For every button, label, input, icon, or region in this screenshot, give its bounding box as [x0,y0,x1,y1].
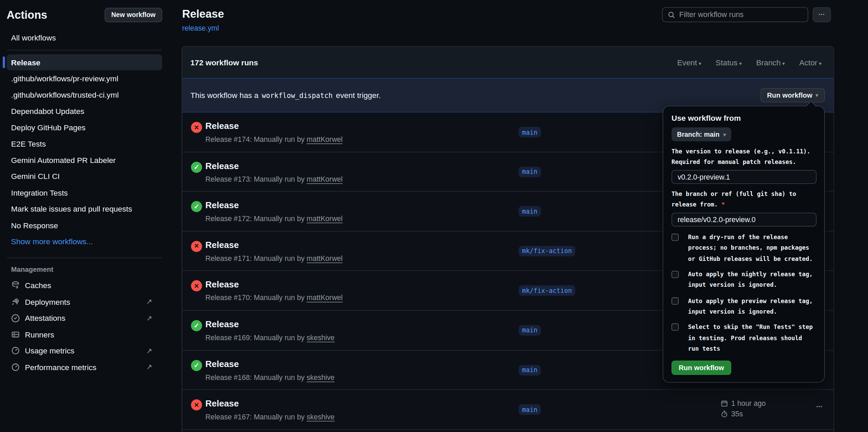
run-workflow-submit-button[interactable]: Run workflow [671,361,731,375]
sidebar-item-attestations[interactable]: Attestations ↗ [7,310,163,326]
verified-icon [11,314,20,322]
sidebar-item--github-workflows-pr-review-yml[interactable]: .github/workflows/pr-review.yml [7,70,163,87]
sidebar-workflow-label: Release [11,58,40,67]
sidebar-item-deployments[interactable]: Deployments ↗ [7,294,163,310]
workflow-file-link[interactable]: release.yml [182,24,219,32]
chevron-down-icon: ▾ [782,61,785,66]
sidebar-item-all-workflows[interactable]: All workflows [11,33,162,42]
sidebar-item-runners[interactable]: Runners [7,326,163,343]
sidebar-item-deploy-github-pages[interactable]: Deploy GitHub Pages [7,119,163,136]
new-workflow-button[interactable]: New workflow [105,8,162,22]
run-branch-badge[interactable]: main [519,206,541,217]
runs-header: 172 workflow runs Event▾ Status▾ Branch▾… [182,47,834,78]
panel-checkbox-group: Select to skip the "Run Tests" step in t… [671,322,816,354]
run-actor-link[interactable]: mattKorwel [307,294,343,302]
panel-checkbox-group: Auto apply the preview release tag, inpu… [671,296,816,317]
run-options-kebab-button[interactable]: ••• [816,404,823,410]
filter-status[interactable]: Status▾ [716,58,742,67]
run-actor-link[interactable]: mattKorwel [307,214,343,222]
run-title-link[interactable]: Release [205,201,239,211]
run-title-link[interactable]: Release [205,121,239,131]
panel-checkbox-group: Run a dry-run of the release process; no… [671,232,816,264]
checkbox-label[interactable]: Run a dry-run of the release process; no… [688,232,816,264]
checkbox[interactable] [671,323,679,331]
filter-actor[interactable]: Actor▾ [799,58,821,67]
version-input[interactable] [671,170,817,184]
external-link-icon: ↗ [146,298,152,306]
workflow-run-row[interactable]: ✕ Release Release #167: Manually run by … [182,390,834,430]
branch-select-button[interactable]: Branch: main ▾ [671,127,731,141]
run-title-link[interactable]: Release [205,161,239,171]
top-controls: ••• [662,7,831,22]
run-actor-link[interactable]: mattKorwel [307,135,343,143]
run-branch-badge[interactable]: main [519,166,541,177]
ref-input[interactable] [671,213,817,227]
checkbox-label[interactable]: Auto apply the preview release tag, inpu… [688,296,816,317]
workflow-options-kebab-button[interactable]: ••• [813,7,831,22]
sidebar-header: Actions New workflow [7,8,163,22]
sidebar-item-caches[interactable]: Caches [7,277,163,294]
checkbox[interactable] [671,234,679,241]
sidebar-management-label: Caches [25,281,152,290]
run-branch-badge[interactable]: mk/fix-action [519,285,575,296]
checkbox-label[interactable]: Select to skip the "Run Tests" step in t… [688,322,816,354]
required-asterisk: * [721,201,725,209]
sidebar-item-performance-metrics[interactable]: Performance metrics ↗ [7,359,163,375]
sidebar-item-usage-metrics[interactable]: Usage metrics ↗ [7,343,163,359]
run-branch-badge[interactable]: main [519,404,541,415]
show-more-workflows-link[interactable]: Show more workflows... [7,233,163,250]
status-success-icon: ✓ [191,201,202,212]
sidebar-item-gemini-automated-pr-labeler[interactable]: Gemini Automated PR Labeler [7,152,163,168]
sidebar-workflow-label: Deploy GitHub Pages [11,123,86,132]
run-branch-badge[interactable]: main [519,325,541,336]
workflow-title: Release [182,8,224,20]
sidebar-management-label: Attestations [25,314,146,322]
run-title-link[interactable]: Release [205,359,239,369]
sidebar-workflow-label: Gemini Automated PR Labeler [11,156,116,165]
run-actor-link[interactable]: mattKorwel [307,175,343,183]
run-branch-badge[interactable]: mk/fix-action [519,246,575,256]
run-workflow-panel: Use workflow from Branch: main ▾ The ver… [663,106,825,383]
filter-event[interactable]: Event▾ [677,58,701,67]
sidebar-item-no-response[interactable]: No Response [7,217,163,233]
run-title-link[interactable]: Release [205,280,239,290]
version-help-text: The version to release (e.g., v0.1.11). … [671,146,816,168]
checkbox[interactable] [671,271,679,278]
sidebar-item--github-workflows-trusted-ci-yml[interactable]: .github/workflows/trusted-ci.yml [7,87,163,103]
chevron-down-icon: ▾ [699,61,701,66]
chevron-down-icon: ▾ [819,61,821,66]
run-title-link[interactable]: Release [205,240,239,250]
search-icon [668,11,676,19]
sidebar-management-label: Runners [25,330,152,339]
sidebar-workflow-label: E2E Tests [11,139,46,148]
checkbox[interactable] [671,297,679,304]
run-actor-link[interactable]: skeshive [307,373,335,381]
sidebar-item-dependabot-updates[interactable]: Dependabot Updates [7,103,163,119]
run-actor-link[interactable]: mattKorwel [307,254,343,262]
status-success-icon: ✓ [191,162,202,173]
checkbox-label[interactable]: Auto apply the nightly release tag, inpu… [688,269,816,290]
ref-help-label: The branch or ref (full git sha) to rele… [671,190,796,209]
sidebar-item-e2e-tests[interactable]: E2E Tests [7,136,163,152]
branch-select-label: Branch: main [677,130,719,138]
meter-icon [11,346,20,355]
panel-heading: Use workflow from [671,114,816,122]
run-title-link[interactable]: Release [205,319,239,329]
filter-branch[interactable]: Branch▾ [756,58,785,67]
sidebar-item-gemini-cli-ci[interactable]: Gemini CLI CI [7,168,163,185]
sidebar-workflow-label: .github/workflows/pr-review.yml [11,74,118,83]
run-title-link[interactable]: Release [205,399,239,409]
run-description: Release #173: Manually run by mattKorwel [205,175,343,183]
filter-workflow-runs-field[interactable] [662,7,808,22]
sidebar-item-release[interactable]: Release [7,54,163,71]
sidebar-item-mark-stale-issues-and-pull-requests[interactable]: Mark stale issues and pull requests [7,201,163,217]
run-actor-link[interactable]: skeshive [307,333,335,342]
divider [7,257,163,258]
run-workflow-dropdown-button[interactable]: Run workflow ▾ [760,88,825,102]
chevron-down-icon: ▾ [816,93,818,98]
sidebar-item-integration-tests[interactable]: Integration Tests [7,184,163,201]
filter-workflow-runs-input[interactable] [679,11,796,19]
run-branch-badge[interactable]: main [519,127,541,137]
run-actor-link[interactable]: skeshive [307,413,335,421]
run-branch-badge[interactable]: main [519,365,541,375]
